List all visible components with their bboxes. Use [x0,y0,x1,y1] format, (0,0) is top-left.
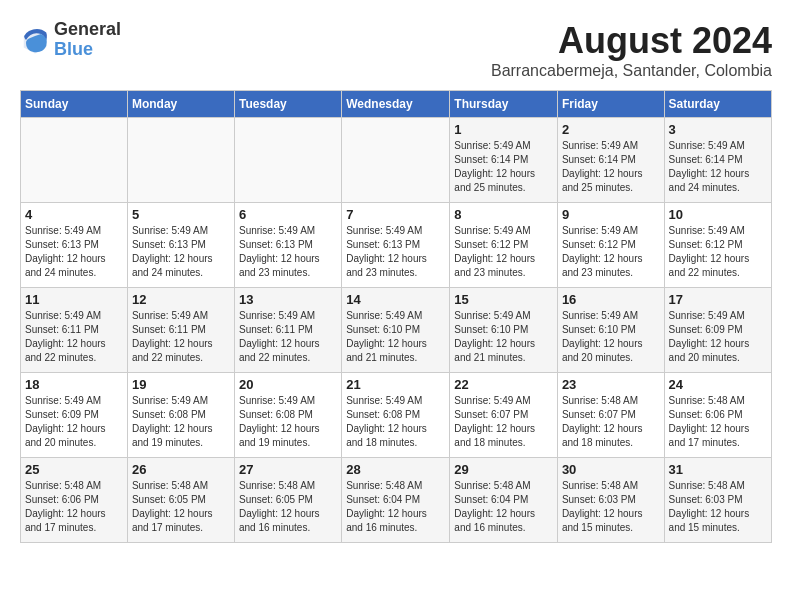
day-info: Sunrise: 5:49 AM Sunset: 6:14 PM Dayligh… [669,139,767,195]
day-info: Sunrise: 5:48 AM Sunset: 6:07 PM Dayligh… [562,394,660,450]
day-info: Sunrise: 5:49 AM Sunset: 6:14 PM Dayligh… [454,139,553,195]
day-number: 3 [669,122,767,137]
day-info: Sunrise: 5:49 AM Sunset: 6:13 PM Dayligh… [25,224,123,280]
logo-icon [20,25,50,55]
calendar-cell: 25Sunrise: 5:48 AM Sunset: 6:06 PM Dayli… [21,458,128,543]
calendar-cell: 24Sunrise: 5:48 AM Sunset: 6:06 PM Dayli… [664,373,771,458]
day-number: 27 [239,462,337,477]
calendar-cell: 4Sunrise: 5:49 AM Sunset: 6:13 PM Daylig… [21,203,128,288]
day-info: Sunrise: 5:49 AM Sunset: 6:08 PM Dayligh… [346,394,445,450]
logo-text: General Blue [54,20,121,60]
day-number: 10 [669,207,767,222]
calendar-cell: 12Sunrise: 5:49 AM Sunset: 6:11 PM Dayli… [127,288,234,373]
weekday-header: Thursday [450,91,558,118]
calendar-week-row: 25Sunrise: 5:48 AM Sunset: 6:06 PM Dayli… [21,458,772,543]
day-number: 6 [239,207,337,222]
day-info: Sunrise: 5:49 AM Sunset: 6:11 PM Dayligh… [25,309,123,365]
weekday-header: Friday [557,91,664,118]
day-number: 11 [25,292,123,307]
logo-blue: Blue [54,40,121,60]
day-info: Sunrise: 5:49 AM Sunset: 6:10 PM Dayligh… [454,309,553,365]
calendar-cell: 16Sunrise: 5:49 AM Sunset: 6:10 PM Dayli… [557,288,664,373]
logo-general: General [54,20,121,40]
day-number: 12 [132,292,230,307]
day-info: Sunrise: 5:49 AM Sunset: 6:07 PM Dayligh… [454,394,553,450]
calendar-table: SundayMondayTuesdayWednesdayThursdayFrid… [20,90,772,543]
day-number: 22 [454,377,553,392]
calendar-cell: 27Sunrise: 5:48 AM Sunset: 6:05 PM Dayli… [235,458,342,543]
calendar-cell: 22Sunrise: 5:49 AM Sunset: 6:07 PM Dayli… [450,373,558,458]
day-info: Sunrise: 5:49 AM Sunset: 6:10 PM Dayligh… [562,309,660,365]
calendar-cell: 2Sunrise: 5:49 AM Sunset: 6:14 PM Daylig… [557,118,664,203]
day-number: 23 [562,377,660,392]
weekday-header: Monday [127,91,234,118]
location: Barrancabermeja, Santander, Colombia [491,62,772,80]
calendar-cell: 5Sunrise: 5:49 AM Sunset: 6:13 PM Daylig… [127,203,234,288]
day-number: 17 [669,292,767,307]
day-number: 13 [239,292,337,307]
day-info: Sunrise: 5:49 AM Sunset: 6:08 PM Dayligh… [132,394,230,450]
day-number: 28 [346,462,445,477]
day-info: Sunrise: 5:48 AM Sunset: 6:03 PM Dayligh… [562,479,660,535]
day-number: 18 [25,377,123,392]
calendar-cell [235,118,342,203]
day-number: 30 [562,462,660,477]
day-info: Sunrise: 5:49 AM Sunset: 6:13 PM Dayligh… [346,224,445,280]
day-info: Sunrise: 5:49 AM Sunset: 6:14 PM Dayligh… [562,139,660,195]
day-info: Sunrise: 5:49 AM Sunset: 6:12 PM Dayligh… [562,224,660,280]
calendar-cell: 26Sunrise: 5:48 AM Sunset: 6:05 PM Dayli… [127,458,234,543]
logo: General Blue [20,20,121,60]
day-number: 7 [346,207,445,222]
weekday-header: Saturday [664,91,771,118]
calendar-cell: 28Sunrise: 5:48 AM Sunset: 6:04 PM Dayli… [342,458,450,543]
weekday-header: Sunday [21,91,128,118]
calendar-cell: 13Sunrise: 5:49 AM Sunset: 6:11 PM Dayli… [235,288,342,373]
day-number: 20 [239,377,337,392]
calendar-week-row: 4Sunrise: 5:49 AM Sunset: 6:13 PM Daylig… [21,203,772,288]
day-info: Sunrise: 5:49 AM Sunset: 6:11 PM Dayligh… [132,309,230,365]
month-title: August 2024 [491,20,772,62]
calendar-cell: 9Sunrise: 5:49 AM Sunset: 6:12 PM Daylig… [557,203,664,288]
day-info: Sunrise: 5:49 AM Sunset: 6:08 PM Dayligh… [239,394,337,450]
calendar-cell: 30Sunrise: 5:48 AM Sunset: 6:03 PM Dayli… [557,458,664,543]
day-number: 21 [346,377,445,392]
day-number: 4 [25,207,123,222]
title-block: August 2024 Barrancabermeja, Santander, … [491,20,772,80]
day-number: 31 [669,462,767,477]
page-header: General Blue August 2024 Barrancabermeja… [20,20,772,80]
day-info: Sunrise: 5:48 AM Sunset: 6:05 PM Dayligh… [132,479,230,535]
day-info: Sunrise: 5:48 AM Sunset: 6:04 PM Dayligh… [346,479,445,535]
day-info: Sunrise: 5:48 AM Sunset: 6:05 PM Dayligh… [239,479,337,535]
calendar-cell: 17Sunrise: 5:49 AM Sunset: 6:09 PM Dayli… [664,288,771,373]
day-number: 8 [454,207,553,222]
calendar-cell: 15Sunrise: 5:49 AM Sunset: 6:10 PM Dayli… [450,288,558,373]
day-info: Sunrise: 5:49 AM Sunset: 6:09 PM Dayligh… [669,309,767,365]
day-number: 19 [132,377,230,392]
calendar-cell: 14Sunrise: 5:49 AM Sunset: 6:10 PM Dayli… [342,288,450,373]
calendar-cell: 3Sunrise: 5:49 AM Sunset: 6:14 PM Daylig… [664,118,771,203]
day-info: Sunrise: 5:49 AM Sunset: 6:12 PM Dayligh… [454,224,553,280]
day-number: 24 [669,377,767,392]
calendar-cell: 21Sunrise: 5:49 AM Sunset: 6:08 PM Dayli… [342,373,450,458]
calendar-cell: 18Sunrise: 5:49 AM Sunset: 6:09 PM Dayli… [21,373,128,458]
calendar-cell: 6Sunrise: 5:49 AM Sunset: 6:13 PM Daylig… [235,203,342,288]
calendar-cell [342,118,450,203]
day-number: 25 [25,462,123,477]
day-info: Sunrise: 5:49 AM Sunset: 6:13 PM Dayligh… [132,224,230,280]
day-number: 2 [562,122,660,137]
day-info: Sunrise: 5:48 AM Sunset: 6:06 PM Dayligh… [669,394,767,450]
day-number: 5 [132,207,230,222]
day-number: 1 [454,122,553,137]
day-number: 15 [454,292,553,307]
calendar-cell: 20Sunrise: 5:49 AM Sunset: 6:08 PM Dayli… [235,373,342,458]
calendar-header-row: SundayMondayTuesdayWednesdayThursdayFrid… [21,91,772,118]
calendar-cell: 31Sunrise: 5:48 AM Sunset: 6:03 PM Dayli… [664,458,771,543]
day-info: Sunrise: 5:48 AM Sunset: 6:04 PM Dayligh… [454,479,553,535]
calendar-week-row: 18Sunrise: 5:49 AM Sunset: 6:09 PM Dayli… [21,373,772,458]
calendar-cell [127,118,234,203]
calendar-cell: 7Sunrise: 5:49 AM Sunset: 6:13 PM Daylig… [342,203,450,288]
day-number: 9 [562,207,660,222]
weekday-header: Tuesday [235,91,342,118]
calendar-cell [21,118,128,203]
day-info: Sunrise: 5:49 AM Sunset: 6:12 PM Dayligh… [669,224,767,280]
